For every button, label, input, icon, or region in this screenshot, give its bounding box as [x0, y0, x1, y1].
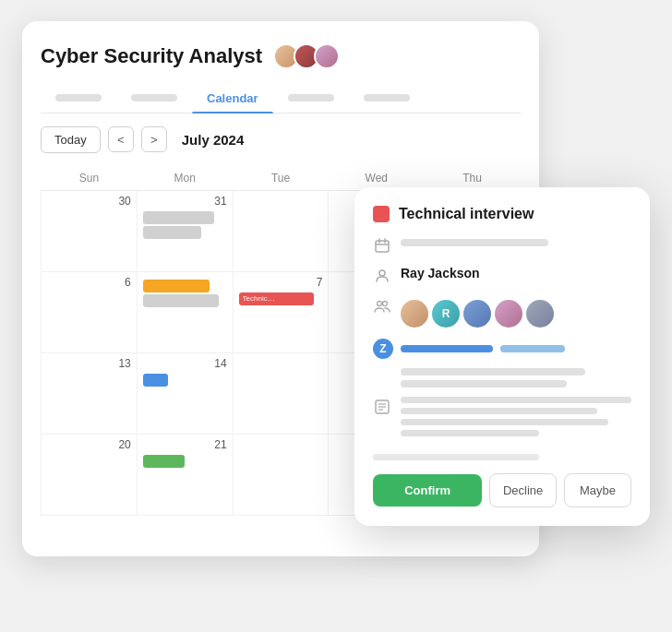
day-cell[interactable]: 6	[42, 271, 138, 352]
day-cell[interactable]	[233, 434, 329, 515]
tab-placeholder-4	[364, 94, 410, 101]
bottom-placeholder	[373, 454, 539, 460]
detail-line-2	[401, 380, 567, 388]
event-bar-technical[interactable]: Technic…	[239, 292, 315, 305]
day-cell[interactable]: 7 Technic…	[233, 271, 329, 352]
notes-content	[401, 397, 631, 441]
day-cell[interactable]	[233, 190, 329, 271]
scene: Cyber Security Analyst Calendar	[22, 21, 650, 612]
today-button[interactable]: Today	[41, 126, 101, 153]
day-cell[interactable]	[233, 352, 329, 434]
popup-zoom-row: Z	[373, 339, 631, 359]
avatar-group	[273, 43, 340, 69]
popup-attendees-row: R	[373, 296, 631, 328]
day-cell[interactable]	[137, 271, 233, 352]
notes-icon	[373, 398, 391, 416]
date-placeholder	[401, 239, 548, 246]
tab-calendar[interactable]: Calendar	[192, 84, 273, 113]
attendee-avatar-3	[463, 300, 491, 328]
day-cell[interactable]: 31	[137, 190, 233, 271]
popup-organizer-row: Ray Jackson	[373, 266, 631, 285]
attendee-avatar-4	[495, 300, 522, 328]
tab-placeholder-1	[55, 94, 102, 101]
day-cell[interactable]: 13	[42, 352, 138, 434]
card-header: Cyber Security Analyst	[41, 43, 521, 69]
tab-placeholder-2	[131, 94, 177, 101]
popup-title-row: Technical interview	[373, 206, 631, 222]
svg-point-5	[378, 301, 382, 305]
col-mon: Mon	[137, 166, 233, 191]
day-cell[interactable]: 21	[137, 434, 233, 515]
event-bar[interactable]	[143, 294, 219, 307]
svg-point-4	[379, 270, 385, 276]
tab-placeholder-3	[288, 94, 334, 101]
group-icon	[373, 297, 391, 316]
calendar-icon	[373, 236, 391, 255]
event-bar[interactable]	[143, 374, 168, 387]
popup-actions: Confirm Decline Maybe	[373, 473, 631, 507]
zoom-link-2	[500, 345, 565, 352]
col-sun: Sun	[42, 166, 138, 191]
event-bar[interactable]	[143, 280, 210, 292]
event-bar[interactable]	[143, 226, 202, 239]
person-icon	[373, 267, 391, 285]
event-bar[interactable]	[143, 455, 185, 468]
attendee-avatar-1	[401, 300, 428, 328]
organizer-name: Ray Jackson	[401, 266, 480, 280]
popup-date-row	[373, 235, 631, 255]
zoom-icon: Z	[373, 339, 393, 359]
event-popup: Technical interview	[354, 187, 650, 526]
popup-notes-row	[373, 397, 631, 441]
event-bar[interactable]	[143, 211, 214, 224]
detail-line-1	[401, 368, 585, 376]
page-title: Cyber Security Analyst	[41, 44, 262, 68]
cal-toolbar: Today < > July 2024	[41, 126, 521, 153]
maybe-button[interactable]: Maybe	[564, 473, 631, 507]
decline-button[interactable]: Decline	[489, 473, 557, 507]
svg-rect-0	[376, 241, 389, 252]
day-cell[interactable]: 30	[42, 190, 138, 271]
next-button[interactable]: >	[141, 126, 167, 152]
confirm-button[interactable]: Confirm	[373, 474, 482, 507]
day-cell[interactable]: 20	[42, 434, 138, 515]
popup-event-title: Technical interview	[399, 206, 534, 222]
col-tue: Tue	[233, 166, 329, 191]
avatar-3	[314, 43, 340, 69]
zoom-link[interactable]	[401, 345, 493, 352]
attendee-avatar-2: R	[432, 300, 460, 328]
tab-nav: Calendar	[41, 84, 521, 113]
prev-button[interactable]: <	[108, 126, 134, 152]
day-cell[interactable]: 14	[137, 352, 233, 434]
attendee-avatars: R	[401, 300, 554, 328]
month-label: July 2024	[174, 132, 252, 148]
event-color-dot	[373, 206, 390, 222]
attendee-avatar-5	[526, 300, 554, 328]
svg-point-6	[383, 301, 388, 305]
